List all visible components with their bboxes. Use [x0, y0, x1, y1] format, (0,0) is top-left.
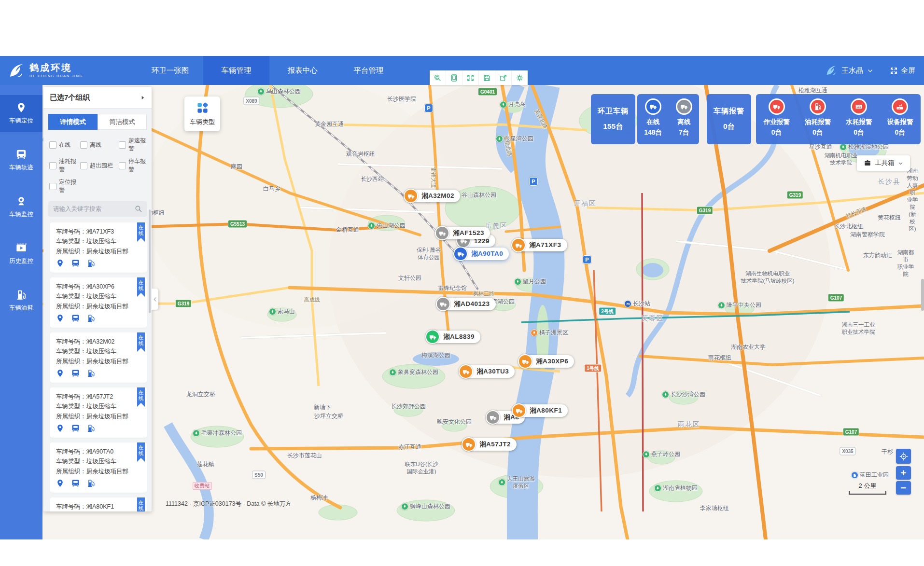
filter-油耗报警[interactable]: 油耗报警 [49, 157, 80, 174]
vehicle-locate-icon[interactable] [56, 479, 64, 487]
vehicle-marker[interactable]: 湘AL8839 [426, 331, 480, 343]
vehicle-locate-icon[interactable] [56, 314, 64, 322]
map-tool-expand[interactable] [462, 70, 479, 85]
sidebar-item-pin[interactable]: 车辆定位 [0, 95, 42, 132]
search-icon[interactable] [134, 205, 142, 213]
filter-离线[interactable]: 离线 [80, 137, 119, 153]
vehicle-fuel-icon[interactable] [87, 479, 95, 487]
checkbox[interactable] [119, 141, 126, 149]
target-icon [899, 452, 908, 461]
toolbox-button[interactable]: 工具箱 [857, 155, 910, 171]
vehicle-locate-icon[interactable] [56, 259, 64, 267]
vehicle-card[interactable]: 车牌号码：湘A32M02车辆类型：垃圾压缩车所属组织：厨余垃圾项目部在线 [50, 332, 147, 383]
checkbox[interactable] [49, 183, 56, 190]
chevron-down-icon[interactable] [867, 68, 873, 74]
vehicle-track-icon[interactable] [71, 424, 80, 432]
filter-定位报警[interactable]: 定位报警 [49, 178, 80, 194]
map-canvas[interactable] [42, 85, 924, 539]
alarm-value: 0台 [854, 128, 864, 137]
user-avatar[interactable] [825, 64, 838, 77]
locate-button[interactable] [896, 449, 911, 464]
vehicle-fuel-icon[interactable] [87, 314, 95, 322]
nav-item-2[interactable]: 车辆管理 [203, 56, 269, 85]
vehicle-marker[interactable]: 湘A57JT2 [462, 438, 517, 451]
vehicle-marker[interactable]: 湘A90TA0 [454, 248, 509, 260]
vehicle-marker[interactable]: 湘A80KF1 [513, 404, 568, 417]
online-label: 在线 [646, 118, 659, 126]
park-icon [401, 503, 408, 511]
tab-detail-mode[interactable]: 详情模式 [48, 114, 98, 130]
map-tool-tablet[interactable] [446, 70, 462, 85]
checkbox[interactable] [49, 162, 56, 169]
page-scrollbar[interactable] [921, 279, 924, 311]
vehicle-card[interactable]: 车牌号码：湘A71XF3车辆类型：垃圾压缩车所属组织：厨余垃圾项目部在线 [50, 222, 147, 273]
map-tool-gear[interactable] [512, 70, 528, 85]
fullscreen-button[interactable]: 全屏 [890, 66, 915, 75]
map-label: 金桥互通 [336, 226, 359, 234]
filter-在线[interactable]: 在线 [49, 137, 80, 153]
sidebar-item-fuel[interactable]: 车辆油耗 [0, 282, 42, 319]
marker-truck-icon [486, 410, 500, 425]
nav-item-4[interactable]: 平台管理 [336, 56, 402, 85]
map-label-text: 杨梅冲 [310, 494, 328, 502]
nav-item-1[interactable]: 环卫一张图 [137, 56, 203, 85]
map-tool-export[interactable] [495, 70, 512, 85]
map-label: 黄金园互通 [315, 121, 344, 128]
vehicle-marker[interactable]: 湘AD40123 [437, 298, 496, 310]
checkbox[interactable] [119, 162, 126, 169]
i-tree-icon [391, 371, 395, 375]
sidebar-item-bus[interactable]: 车辆轨迹 [0, 142, 42, 179]
vehicle-marker[interactable]: 湘A30TU3 [460, 365, 515, 378]
stat-card-vehicle-alarm: 车辆报警 0台 [707, 94, 751, 144]
vehicle-marker[interactable]: 湘A30XP6 [519, 355, 574, 368]
zoom-out-button[interactable]: − [896, 481, 911, 495]
vehicle-fuel-icon[interactable] [87, 424, 95, 432]
vehicle-card[interactable]: 车牌号码：湘A80KF1车辆类型：垃圾压缩车所属组织：厨余垃圾项目部在线 [50, 497, 147, 511]
vehicle-marker[interactable]: 湘A32M02 [405, 190, 460, 202]
vehicle-track-icon[interactable] [71, 314, 80, 322]
checkbox[interactable] [80, 141, 87, 149]
vehicle-card[interactable]: 车牌号码：湘A57JT2车辆类型：垃圾压缩车所属组织：厨余垃圾项目部在线 [50, 387, 147, 438]
status-badge: 在线 [137, 442, 145, 462]
org-selector[interactable]: 已选7个组织 [43, 87, 152, 109]
sidebar-item-camera[interactable]: 车辆监控 [0, 189, 42, 225]
filter-停车报警[interactable]: 停车报警 [119, 157, 147, 174]
sidebar-item-label: 车辆监控 [9, 210, 33, 219]
filter-超速报警[interactable]: 超速报警 [119, 137, 147, 153]
vehicle-track-icon[interactable] [71, 259, 80, 267]
panel-scrollbar[interactable] [149, 209, 151, 313]
vehicle-locate-icon[interactable] [56, 424, 64, 432]
map-label-text: 松雅湖互通 [798, 87, 827, 95]
user-name[interactable]: 王水晶 [841, 66, 863, 75]
map-label-text: 湖南警察学院 [850, 231, 885, 239]
vehicle-marker[interactable]: 湘A71XF3 [512, 239, 567, 251]
sidebar-item-video[interactable]: 历史监控 [0, 235, 42, 272]
vehicle-track-icon[interactable] [71, 369, 80, 377]
park-icon [654, 485, 661, 492]
vehicle-fuel-icon[interactable] [87, 369, 95, 377]
vehicle-plate: 车牌号码：湘A32M02 [56, 337, 141, 346]
vehicle-marker[interactable]: 湘AF1523 [436, 227, 490, 239]
filter-超出围栏[interactable]: 超出围栏 [80, 157, 119, 174]
panel-collapse-button[interactable] [152, 289, 158, 310]
tab-simple-mode[interactable]: 简洁模式 [98, 114, 147, 130]
vehicle-fuel-icon[interactable] [87, 259, 95, 267]
vehicle-card[interactable]: 车牌号码：湘A30XP6车辆类型：垃圾压缩车所属组织：厨余垃圾项目部在线 [50, 277, 147, 328]
vehicle-locate-icon[interactable] [56, 369, 64, 377]
checkbox[interactable] [80, 162, 87, 169]
marker-truck-icon [435, 226, 449, 240]
map-tool-magnifier[interactable] [430, 70, 446, 85]
nav-item-3[interactable]: 报表中心 [269, 56, 336, 85]
i-pin-icon [56, 314, 64, 322]
search-input[interactable] [48, 201, 147, 217]
alarm-value: 0台 [812, 128, 823, 137]
vehicle-type-button[interactable]: 车辆类型 [184, 97, 220, 131]
road-badge: 2号线 [599, 307, 616, 316]
zoom-in-button[interactable]: + [896, 466, 911, 480]
checkbox[interactable] [49, 141, 56, 149]
map-tool-save[interactable] [479, 70, 495, 85]
map-label-text: 湖南都市 职业学院 [896, 249, 915, 278]
vehicle-track-icon[interactable] [71, 479, 80, 487]
road-badge: G107 [843, 428, 859, 436]
vehicle-card[interactable]: 车牌号码：湘A90TA0车辆类型：垃圾压缩车所属组织：厨余垃圾项目部在线 [50, 442, 147, 493]
